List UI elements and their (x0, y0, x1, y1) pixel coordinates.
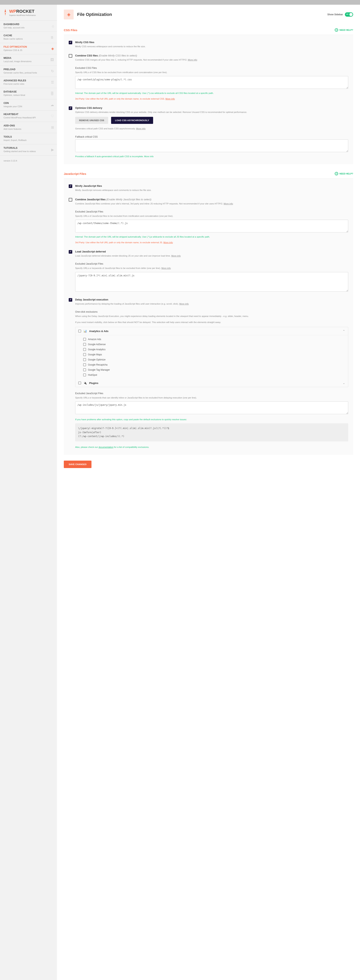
exclusion-item[interactable]: HubSpot (75, 372, 348, 377)
logo: WPROCKET Superior WordPress Performance (0, 9, 57, 21)
sidebar-item-media[interactable]: MEDIALazyLoad, image dimensions🖾 (0, 54, 57, 65)
nav-icon: 🗄 (50, 92, 54, 95)
remove-unused-css-button[interactable]: REMOVE UNUSED CSS (75, 117, 108, 124)
js-internal-note: Internal: The domain part of the URL wil… (75, 235, 348, 239)
delay-js-option: Delay JavaScript execution Improves perf… (69, 298, 348, 449)
exclusion-label: HubSpot (88, 374, 97, 376)
nav-icon: ☁ (50, 103, 54, 107)
optimize-css-checkbox[interactable] (69, 107, 72, 110)
sidebar-item-cache[interactable]: CACHEBasic cache options🗎 (0, 32, 57, 43)
documentation-link[interactable]: documentation (99, 446, 113, 448)
load-css-async-button[interactable]: LOAD CSS ASYNCHRONOUSLY (111, 117, 153, 124)
css-panel: Minify CSS files Minify CSS removes whit… (64, 35, 353, 164)
nav-title: ADVANCED RULES (3, 79, 53, 82)
css-internal-note: Internal: The domain part of the URL wil… (75, 91, 348, 95)
sidebar-item-tutorials[interactable]: TUTORIALSGetting started and how to vide… (0, 144, 57, 156)
chevron-down-icon: ⌄ (343, 382, 345, 385)
combine-js-more-link[interactable]: More info (224, 202, 233, 205)
exclusion-item[interactable]: Amazon Ads (75, 337, 348, 342)
css-section-header: CSS Files ⓘNEED HELP? (64, 28, 353, 35)
combine-css-checkbox[interactable] (69, 54, 72, 57)
delay-more-link[interactable]: More info (179, 302, 189, 305)
css-delivery-buttons: REMOVE UNUSED CSS LOAD CSS ASYNCHRONOUSL… (75, 117, 348, 124)
plugins-group-header[interactable]: 🔌 Plugins ⌄ (75, 379, 348, 387)
sidebar-item-database[interactable]: DATABASEOptimize, reduce bloat🗄 (0, 88, 57, 99)
analytics-group-label: Analytics & Ads (89, 330, 109, 332)
exclusion-label: Google Optimize (88, 358, 106, 361)
fallback-css-note: Provides a fallback if auto-generated cr… (75, 154, 348, 158)
combine-css-more-link[interactable]: More info (188, 59, 197, 61)
exclusion-checkbox[interactable] (83, 348, 86, 351)
page-header: ◈ File Optimization Show Sidebar ON (57, 5, 360, 24)
sidebar-item-heartbeat[interactable]: HEARTBEATControl WordPress Heartbeat API… (0, 110, 57, 121)
save-changes-button[interactable]: SAVE CHANGES (64, 461, 91, 468)
exclusion-checkbox[interactable] (83, 374, 86, 376)
nav-title: DATABASE (3, 91, 53, 93)
default-exclusions-code: \/jquery(-migrate)?-?([0-9.]+)?(.min|.sl… (75, 423, 348, 441)
minify-js-checkbox[interactable] (69, 185, 72, 188)
sidebar-item-preload[interactable]: PRELOADGenerate cache files, preload fon… (0, 65, 57, 76)
page-title: File Optimization (77, 12, 324, 17)
delay-js-desc: Improves performance by delaying the loa… (75, 302, 348, 305)
app-container: WPROCKET Superior WordPress Performance … (0, 5, 360, 980)
nav-title: ADD-ONS (3, 124, 53, 127)
sidebar-item-advanced-rules[interactable]: ADVANCED RULESFine-tune cache rules☰ (0, 76, 57, 88)
defer-js-label: Load JavaScript deferred (75, 250, 348, 253)
nav-icon: ◈ (51, 46, 54, 51)
exclusion-item[interactable]: Google Tag Manager (75, 367, 348, 372)
excluded-js-label: Excluded JavaScript Files (75, 210, 348, 213)
fallback-more-link[interactable]: More info (144, 155, 154, 158)
nav-subtitle: Getting started and how to videos (3, 150, 53, 153)
exclusion-item[interactable]: Google Maps (75, 352, 348, 357)
sidebar-item-dashboard[interactable]: DASHBOARDGet help, account info⌂ (0, 21, 57, 32)
fallback-css-label: Fallback critical CSS (75, 135, 348, 138)
exclusion-checkbox[interactable] (83, 363, 86, 366)
optimize-css-option: Optimize CSS delivery Optimize CSS deliv… (69, 107, 348, 158)
exclusion-checkbox[interactable] (83, 343, 86, 346)
exclusion-checkbox[interactable] (83, 338, 86, 340)
file-optimization-icon: ◈ (64, 10, 74, 19)
exclusion-label: Google Tag Manager (88, 369, 110, 371)
defer-ex-more-link[interactable]: More info (162, 267, 171, 269)
exclusion-checkbox[interactable] (83, 358, 86, 361)
css-3p-more-link[interactable]: More info (165, 98, 175, 100)
sidebar-item-add-ons[interactable]: ADD-ONSAdd more features⊞ (0, 122, 57, 133)
exclusion-item[interactable]: Google Optimize (75, 357, 348, 362)
exclusions-panel: 📊 Analytics & Ads ⌃ Amazon AdsGoogle AdS… (75, 327, 348, 387)
delay-js-checkbox[interactable] (69, 298, 72, 302)
exclusion-item[interactable]: Google Recaptcha (75, 362, 348, 367)
exclusion-label: Google Maps (88, 353, 102, 356)
plugins-group-checkbox[interactable] (78, 382, 81, 384)
doc-note: Also, please check our documentation for… (75, 445, 348, 449)
delay-ex-input[interactable]: /wp-includes/js/jquery/jquery.min.js (75, 401, 348, 414)
sidebar-item-tools[interactable]: TOOLSImport, Export, Rollback (0, 133, 57, 144)
sidebar-item-cdn[interactable]: CDNIntegrate your CDN☁ (0, 99, 57, 110)
analytics-group-checkbox[interactable] (78, 330, 81, 332)
sidebar-toggle-switch[interactable]: ON (345, 12, 353, 17)
nav-subtitle: Optimize, reduce bloat (3, 94, 53, 97)
excluded-css-input[interactable]: /wp-content/plugins/some-plugin/(.*).css (75, 76, 348, 89)
exclusion-item[interactable]: Google Analytics (75, 347, 348, 352)
help-icon: ⓘ (335, 28, 338, 32)
combine-js-checkbox[interactable] (69, 198, 72, 202)
exclusion-checkbox[interactable] (83, 353, 86, 356)
defer-ex-input[interactable]: /jquery-?[0-9.]*(.min|.slim|.slim.min)?.… (75, 272, 348, 292)
defer-more-link[interactable]: More info (171, 255, 181, 257)
css-gen-more-link[interactable]: More info (136, 127, 146, 130)
minify-css-checkbox[interactable] (69, 41, 72, 44)
js-3p-more-link[interactable]: More info (163, 241, 173, 243)
css-3rdparty-note: 3rd Party: Use either the full URL path … (75, 97, 348, 100)
excluded-js-input[interactable]: /wp-content/themes/some-theme/(.*).js (75, 220, 348, 232)
help-button[interactable]: ⓘNEED HELP? (335, 172, 353, 175)
nav-subtitle: Integrate your CDN (3, 105, 53, 108)
help-button[interactable]: ⓘNEED HELP? (335, 28, 353, 32)
js-section-title: JavaScript Files (64, 172, 335, 175)
sidebar-item-file-optimization[interactable]: FILE OPTIMIZATIONOptimize CSS & JS◈ (0, 43, 57, 54)
exclusion-item[interactable]: Google AdSense (75, 342, 348, 347)
version-label: version 3.13.4 (0, 156, 57, 166)
exclusion-checkbox[interactable] (83, 369, 86, 371)
show-sidebar-toggle[interactable]: Show Sidebar ON (327, 12, 353, 17)
fallback-css-input[interactable] (75, 139, 348, 152)
analytics-group-header[interactable]: 📊 Analytics & Ads ⌃ (75, 327, 348, 335)
defer-js-checkbox[interactable] (69, 250, 72, 254)
